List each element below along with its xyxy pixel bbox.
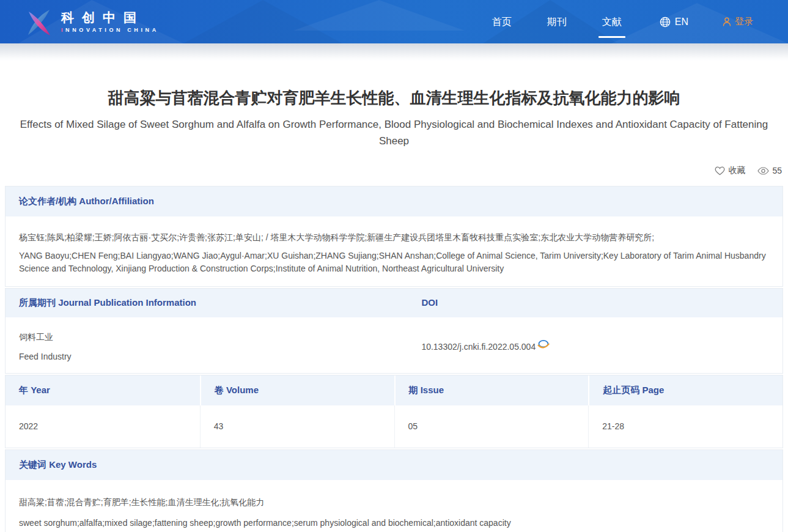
authors-section-header: 论文作者/机构 Author/Affiliation — [6, 186, 782, 216]
login-button[interactable]: 登录 — [723, 16, 753, 28]
view-count-value: 55 — [772, 166, 782, 175]
article-detail-content: 论文作者/机构 Author/Affiliation 杨宝钰;陈凤;柏梁耀;王娇… — [0, 186, 788, 532]
article-title-en: Effects of Mixed Silage of Sweet Sorghum… — [17, 116, 771, 149]
doi-header-label: DOI — [408, 289, 782, 317]
logo-text-en: INNOVATION CHINA — [61, 27, 159, 33]
language-switch[interactable]: EN — [660, 17, 688, 28]
authors-affiliation-cn: 杨宝钰;陈凤;柏梁耀;王娇;阿依古丽·艾买尔;许贵善;张苏江;单安山; / 塔里… — [19, 231, 769, 243]
keywords-cn: 甜高粱;苜蓿;混合青贮;育肥羊;生长性能;血清生理生化;抗氧化能力 — [19, 496, 769, 508]
journal-header-label: 所属期刊 Journal Publication Information — [6, 289, 408, 317]
globe-icon — [660, 17, 671, 28]
section-journal: 所属期刊 Journal Publication Information DOI… — [5, 288, 783, 374]
year-header-label: 年 Year — [6, 375, 200, 405]
article-title-cn: 甜高粱与苜蓿混合青贮对育肥羊生长性能、血清生理生化指标及抗氧化能力的影响 — [18, 87, 770, 109]
logo-mark-icon — [24, 7, 54, 37]
page-value: 21-28 — [588, 405, 782, 448]
section-authors: 论文作者/机构 Author/Affiliation 杨宝钰;陈凤;柏梁耀;王娇… — [5, 186, 783, 287]
article-meta-row: 收藏 55 — [6, 165, 782, 176]
section-keywords: 关键词 Key Words 甜高粱;苜蓿;混合青贮;育肥羊;生长性能;血清生理生… — [5, 449, 783, 532]
view-count: 55 — [757, 166, 782, 175]
journal-name-cn: 饲料工业 — [19, 331, 397, 343]
page-header-label: 起止页码 Page — [588, 375, 782, 405]
cnki-source-icon[interactable] — [537, 339, 550, 350]
doi-value: 10.13302/j.cnki.fi.2022.05.004 — [421, 341, 536, 353]
authors-affiliation-en: YANG Baoyu;CHEN Feng;BAI Liangyao;WANG J… — [19, 249, 769, 275]
nav-item-literature[interactable]: 文献 — [602, 15, 622, 29]
innovation-china-logo[interactable]: 科创中国 INNOVATION CHINA — [24, 7, 159, 37]
volume-value: 43 — [200, 405, 394, 448]
login-label: 登录 — [735, 16, 753, 28]
nav-item-journal[interactable]: 期刊 — [547, 15, 567, 29]
doi-value-cell: 10.13302/j.cnki.fi.2022.05.004 — [408, 331, 782, 363]
favorite-button[interactable]: 收藏 — [715, 165, 745, 176]
logo-text: 科创中国 INNOVATION CHINA — [61, 11, 159, 33]
eye-icon — [757, 167, 769, 175]
year-value: 2022 — [6, 405, 200, 448]
volume-header-label: 卷 Volume — [200, 375, 394, 405]
header-shadow-strip — [0, 43, 788, 61]
nav-item-home[interactable]: 首页 — [492, 15, 512, 29]
publication-value-row: 2022 43 05 21-28 — [6, 405, 782, 448]
favorite-label: 收藏 — [728, 165, 745, 176]
publication-header-row: 年 Year 卷 Volume 期 Issue 起止页码 Page — [6, 375, 782, 405]
issue-value: 05 — [394, 405, 589, 448]
nav-menu: 首页 期刊 文献 EN 登录 — [457, 15, 753, 29]
top-navbar: 科创中国 INNOVATION CHINA 首页 期刊 文献 EN 登录 — [0, 0, 788, 43]
user-icon — [723, 17, 731, 26]
section-publication-info: 年 Year 卷 Volume 期 Issue 起止页码 Page 2022 4… — [5, 375, 783, 448]
journal-section-body: 饲料工业 Feed Industry 10.13302/j.cnki.fi.20… — [6, 317, 782, 373]
authors-section-body: 杨宝钰;陈凤;柏梁耀;王娇;阿依古丽·艾买尔;许贵善;张苏江;单安山; / 塔里… — [6, 216, 782, 286]
language-label: EN — [675, 17, 688, 28]
keywords-section-header: 关键词 Key Words — [6, 449, 782, 480]
journal-name-cell: 饲料工业 Feed Industry — [6, 331, 408, 363]
logo-text-cn: 科创中国 — [61, 11, 159, 24]
keywords-section-body: 甜高粱;苜蓿;混合青贮;育肥羊;生长性能;血清生理生化;抗氧化能力 sweet … — [6, 480, 782, 532]
issue-header-label: 期 Issue — [394, 375, 589, 405]
keywords-en: sweet sorghum;alfalfa;mixed silage;fatte… — [19, 517, 769, 529]
heart-icon — [715, 166, 725, 175]
journal-name-en: Feed Industry — [19, 350, 397, 363]
journal-section-header: 所属期刊 Journal Publication Information DOI — [6, 288, 782, 317]
